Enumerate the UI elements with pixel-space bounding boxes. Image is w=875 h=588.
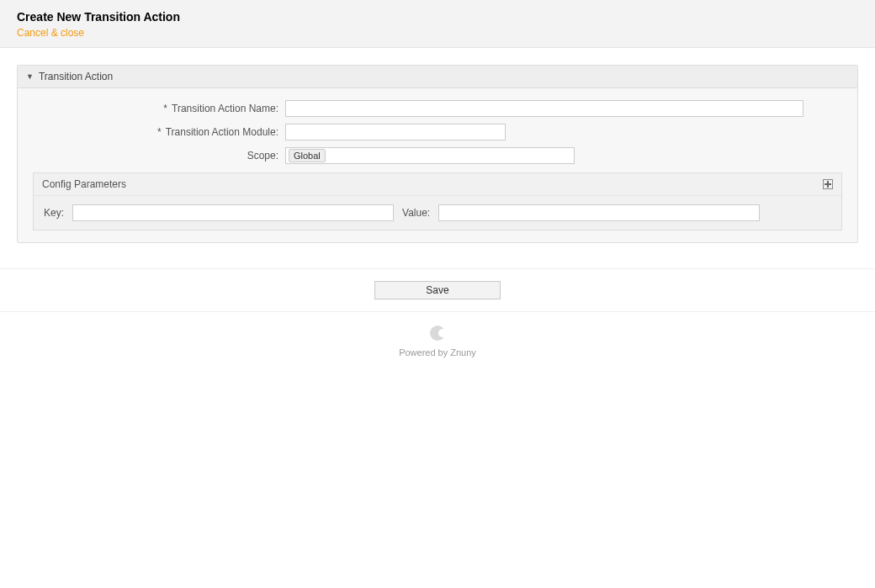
page-header: Create New Transition Action Cancel & cl… [0, 0, 875, 48]
value-label: Value: [402, 207, 430, 219]
config-title: Config Parameters [42, 178, 126, 190]
config-header: Config Parameters [34, 173, 841, 196]
collapse-icon: ▼ [26, 72, 34, 81]
row-name: * Transition Action Name: [33, 100, 842, 117]
row-module: * Transition Action Module: [33, 124, 842, 140]
config-value-input[interactable] [438, 204, 760, 221]
page-title: Create New Transition Action [17, 10, 858, 24]
key-label: Key: [44, 207, 64, 219]
required-marker: * [157, 126, 162, 138]
add-parameter-icon[interactable] [823, 179, 833, 189]
scope-tag: Global [289, 149, 326, 162]
content-area: ▼ Transition Action * Transition Action … [0, 48, 875, 260]
cancel-close-link[interactable]: Cancel & close [17, 27, 84, 39]
transition-action-panel: ▼ Transition Action * Transition Action … [17, 65, 858, 243]
transition-action-module-input[interactable] [285, 124, 506, 140]
name-label-text: Transition Action Name: [172, 103, 278, 114]
znuny-logo-icon [430, 326, 445, 341]
config-key-input[interactable] [72, 204, 394, 221]
save-bar: Save [0, 268, 875, 312]
config-parameters-panel: Config Parameters Key: Value: [33, 172, 842, 230]
required-marker: * [163, 103, 167, 114]
footer: Powered by Znuny [0, 312, 875, 371]
scope-select[interactable]: Global [285, 147, 575, 164]
panel-body: * Transition Action Name: * Transition A… [18, 88, 857, 242]
powered-by-text: Powered by Znuny [0, 347, 875, 358]
transition-action-name-input[interactable] [285, 100, 803, 117]
config-body: Key: Value: [34, 196, 841, 230]
module-label-text: Transition Action Module: [166, 126, 278, 138]
label-scope: Scope: [33, 150, 285, 162]
panel-title: Transition Action [39, 71, 113, 82]
label-name: * Transition Action Name: [33, 103, 285, 114]
label-module: * Transition Action Module: [33, 126, 285, 138]
save-button[interactable]: Save [374, 281, 501, 299]
row-scope: Scope: Global [33, 147, 842, 164]
panel-header[interactable]: ▼ Transition Action [18, 66, 857, 88]
